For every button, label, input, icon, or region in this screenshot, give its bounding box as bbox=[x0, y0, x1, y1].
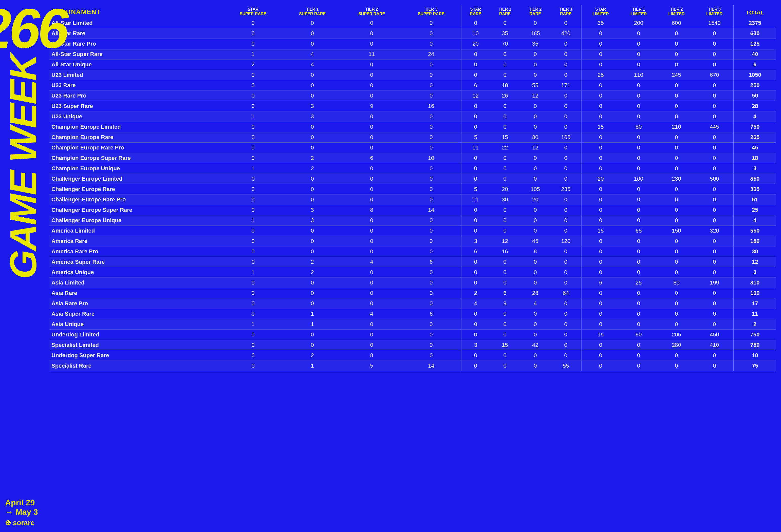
data-cell: 4 bbox=[734, 112, 776, 122]
data-cell: 0 bbox=[223, 299, 283, 309]
data-cell: 0 bbox=[461, 49, 490, 59]
data-cell: 0 bbox=[342, 194, 401, 205]
data-cell: 0 bbox=[490, 18, 520, 28]
data-cell: 0 bbox=[550, 18, 581, 28]
data-cell: 0 bbox=[401, 18, 461, 28]
col-header-star-super-rare: STAR SUPER RARE bbox=[223, 5, 283, 18]
data-cell: 20 bbox=[461, 39, 490, 49]
data-cell: 630 bbox=[734, 28, 776, 39]
data-cell: 3 bbox=[283, 205, 342, 215]
table-row: Champion Europe Unique1200000000003 bbox=[49, 164, 776, 174]
data-cell: 0 bbox=[695, 39, 734, 49]
data-cell: 0 bbox=[223, 278, 283, 288]
data-cell: 0 bbox=[342, 319, 401, 329]
tournament-name-cell: U23 Super Rare bbox=[49, 101, 223, 112]
data-cell: 61 bbox=[734, 194, 776, 205]
table-row: Underdog Limited000000001580205450750 bbox=[49, 329, 776, 340]
data-cell: 0 bbox=[401, 267, 461, 278]
data-cell: 0 bbox=[620, 184, 658, 194]
data-cell: 0 bbox=[342, 80, 401, 91]
tournament-name-cell: U23 Rare Pro bbox=[49, 91, 223, 101]
col-header-tier2-super-rare: TIER 2 SUPER RARE bbox=[342, 5, 401, 18]
data-cell: 750 bbox=[734, 340, 776, 350]
data-cell: 0 bbox=[401, 236, 461, 247]
data-cell: 0 bbox=[401, 91, 461, 101]
data-cell: 210 bbox=[658, 122, 695, 132]
data-cell: 0 bbox=[342, 226, 401, 236]
data-cell: 0 bbox=[620, 319, 658, 329]
col-header-star-limited: STAR LIMITED bbox=[581, 5, 620, 18]
data-cell: 0 bbox=[283, 80, 342, 91]
data-cell: 4 bbox=[342, 309, 401, 319]
data-cell: 2 bbox=[283, 350, 342, 361]
data-cell: 0 bbox=[401, 288, 461, 299]
tournament-name-cell: America Unique bbox=[49, 267, 223, 278]
col-header-tier1-rare: TIER 1 RARE bbox=[490, 5, 520, 18]
data-cell: 0 bbox=[401, 39, 461, 49]
data-cell: 0 bbox=[581, 49, 620, 59]
data-cell: 0 bbox=[620, 132, 658, 143]
data-cell: 0 bbox=[581, 101, 620, 112]
data-cell: 0 bbox=[581, 247, 620, 257]
data-cell: 0 bbox=[581, 194, 620, 205]
data-cell: 230 bbox=[658, 174, 695, 184]
data-cell: 3 bbox=[283, 101, 342, 112]
data-cell: 0 bbox=[658, 257, 695, 267]
data-cell: 0 bbox=[342, 247, 401, 257]
data-cell: 0 bbox=[581, 309, 620, 319]
data-cell: 0 bbox=[550, 226, 581, 236]
data-cell: 0 bbox=[461, 164, 490, 174]
data-cell: 0 bbox=[342, 143, 401, 153]
data-cell: 0 bbox=[695, 247, 734, 257]
data-cell: 0 bbox=[658, 215, 695, 226]
date-to: → May 3 bbox=[5, 507, 38, 517]
data-cell: 0 bbox=[401, 80, 461, 91]
data-cell: 0 bbox=[342, 28, 401, 39]
data-cell: 15 bbox=[490, 340, 520, 350]
main-content: TOURNAMENT STAR SUPER RARE TIER 1 SUPER … bbox=[47, 0, 781, 376]
data-cell: 0 bbox=[520, 164, 550, 174]
data-cell: 6 bbox=[342, 153, 401, 164]
data-cell: 0 bbox=[401, 122, 461, 132]
col-header-tier2-limited: TIER 2 LIMITED bbox=[658, 5, 695, 18]
data-cell: 1 bbox=[223, 49, 283, 59]
data-cell: 12 bbox=[461, 91, 490, 101]
data-cell: 0 bbox=[658, 350, 695, 361]
data-cell: 0 bbox=[658, 28, 695, 39]
data-cell: 0 bbox=[695, 194, 734, 205]
data-cell: 20 bbox=[520, 194, 550, 205]
data-cell: 0 bbox=[550, 91, 581, 101]
tournament-name-cell: Champion Europe Limited bbox=[49, 122, 223, 132]
data-cell: 0 bbox=[342, 59, 401, 70]
data-cell: 0 bbox=[490, 215, 520, 226]
data-cell: 26 bbox=[490, 91, 520, 101]
data-cell: 0 bbox=[461, 59, 490, 70]
data-cell: 0 bbox=[581, 299, 620, 309]
data-cell: 0 bbox=[520, 350, 550, 361]
data-cell: 0 bbox=[520, 174, 550, 184]
tournament-name-cell: America Rare Pro bbox=[49, 247, 223, 257]
data-cell: 0 bbox=[283, 28, 342, 39]
data-cell: 0 bbox=[695, 257, 734, 267]
data-cell: 0 bbox=[223, 122, 283, 132]
data-cell: 0 bbox=[695, 309, 734, 319]
data-cell: 0 bbox=[695, 49, 734, 59]
data-cell: 0 bbox=[581, 257, 620, 267]
table-row: Challenger Europe Rare000052010523500003… bbox=[49, 184, 776, 194]
data-cell: 2 bbox=[283, 164, 342, 174]
data-cell: 0 bbox=[620, 164, 658, 174]
data-cell: 14 bbox=[401, 205, 461, 215]
data-cell: 4 bbox=[461, 299, 490, 309]
data-cell: 0 bbox=[490, 267, 520, 278]
data-cell: 180 bbox=[734, 236, 776, 247]
data-cell: 0 bbox=[342, 299, 401, 309]
col-header-tier3-rare: TIER 3 RARE bbox=[550, 5, 581, 18]
data-cell: 0 bbox=[520, 70, 550, 80]
data-cell: 0 bbox=[620, 299, 658, 309]
data-cell: 0 bbox=[223, 153, 283, 164]
data-cell: 0 bbox=[283, 122, 342, 132]
game-week-number: 266 bbox=[0, 5, 66, 52]
data-cell: 0 bbox=[581, 132, 620, 143]
data-cell: 1540 bbox=[695, 18, 734, 28]
data-cell: 750 bbox=[734, 329, 776, 340]
